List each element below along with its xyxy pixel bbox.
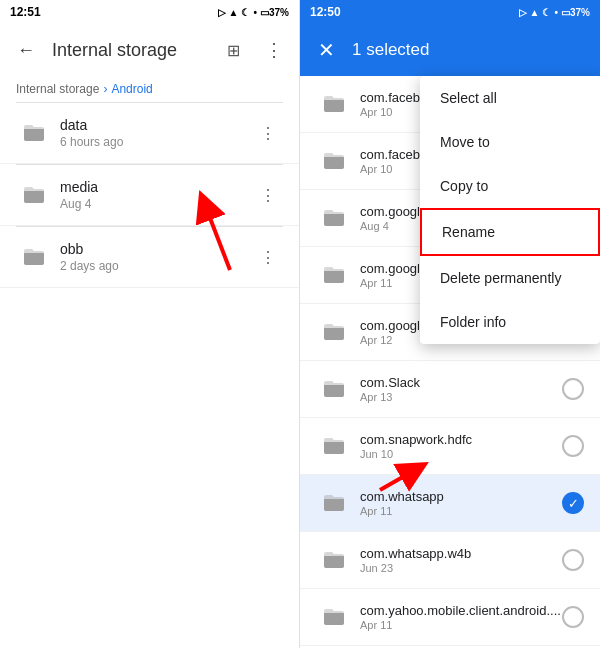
- time-right: 12:50: [310, 5, 341, 19]
- grid-view-button[interactable]: ⊞: [215, 32, 251, 68]
- menu-item-move-to[interactable]: Move to: [420, 120, 600, 164]
- status-bar-left: 12:51 ▷ ▲ ☾ • ▭37%: [0, 0, 299, 24]
- dot-icon-r: •: [554, 7, 558, 18]
- list-item[interactable]: media Aug 4 ⋮: [0, 165, 299, 226]
- select-radio-checked[interactable]: ✓: [562, 492, 584, 514]
- folder-icon: [316, 314, 352, 350]
- breadcrumb: Internal storage › Android: [0, 76, 299, 102]
- file-name: media: [60, 179, 253, 195]
- page-title: Internal storage: [52, 40, 207, 61]
- file-info: com.whatsapp Apr 11: [352, 489, 562, 517]
- menu-item-folder-info[interactable]: Folder info: [420, 300, 600, 344]
- left-panel: 12:51 ▷ ▲ ☾ • ▭37% ← Internal storage ⊞ …: [0, 0, 300, 648]
- grid-icon: ⊞: [227, 41, 240, 60]
- file-name: com.yahoo.mobile.client.android....: [360, 603, 562, 618]
- right-panel: 12:50 ▷ ▲ ☾ • ▭37% ✕ 1 selected com.face: [300, 0, 600, 648]
- file-date: Jun 23: [360, 562, 562, 574]
- close-icon: ✕: [318, 38, 335, 62]
- select-radio[interactable]: [562, 606, 584, 628]
- folder-icon: [316, 86, 352, 122]
- file-date: 2 days ago: [60, 259, 253, 273]
- dot-icon: •: [253, 7, 257, 18]
- folder-icon: [316, 542, 352, 578]
- select-radio[interactable]: [562, 549, 584, 571]
- status-bar-right: 12:50 ▷ ▲ ☾ • ▭37%: [300, 0, 600, 24]
- file-name: obb: [60, 241, 253, 257]
- moon-icon-r: ☾: [542, 7, 551, 18]
- moon-icon: ☾: [241, 7, 250, 18]
- battery-right: ▭37%: [561, 7, 590, 18]
- file-menu-button[interactable]: ⋮: [253, 180, 283, 210]
- nav-icon: ▷: [218, 7, 226, 18]
- toolbar-right: ✕ 1 selected: [300, 24, 600, 76]
- folder-icon: [16, 115, 52, 151]
- breadcrumb-chevron: ›: [103, 82, 107, 96]
- signal-icon: ▲: [229, 7, 239, 18]
- folder-icon: [316, 371, 352, 407]
- file-list-left: data 6 hours ago ⋮ media Aug 4 ⋮: [0, 103, 299, 648]
- breadcrumb-current[interactable]: Android: [111, 82, 152, 96]
- file-date: Jun 10: [360, 448, 562, 460]
- battery-left: ▭37%: [260, 7, 289, 18]
- file-name: com.whatsapp.w4b: [360, 546, 562, 561]
- list-item[interactable]: data 6 hours ago ⋮: [0, 103, 299, 164]
- folder-icon: [316, 485, 352, 521]
- context-menu: Select all Move to Copy to Rename Delete…: [420, 76, 600, 344]
- toolbar-left: ← Internal storage ⊞ ⋮: [0, 24, 299, 76]
- file-date: Apr 11: [360, 619, 562, 631]
- folder-icon: [316, 143, 352, 179]
- more-icon: ⋮: [265, 39, 282, 61]
- file-info: obb 2 days ago: [52, 241, 253, 273]
- folder-icon: [16, 239, 52, 275]
- select-radio[interactable]: [562, 378, 584, 400]
- file-name: com.snapwork.hdfc: [360, 432, 562, 447]
- list-item[interactable]: com.whatsapp.w4b Jun 23: [300, 532, 600, 589]
- file-menu-button[interactable]: ⋮: [253, 242, 283, 272]
- select-radio[interactable]: [562, 435, 584, 457]
- back-icon: ←: [17, 40, 35, 61]
- time-left: 12:51: [10, 5, 41, 19]
- list-item[interactable]: com.Slack Apr 13: [300, 361, 600, 418]
- status-icons-left: ▷ ▲ ☾ • ▭37%: [218, 7, 289, 18]
- list-item[interactable]: com.snapwork.hdfc Jun 10: [300, 418, 600, 475]
- file-info: com.Slack Apr 13: [352, 375, 562, 403]
- file-date: Apr 13: [360, 391, 562, 403]
- more-options-button[interactable]: ⋮: [255, 32, 291, 68]
- menu-item-delete[interactable]: Delete permanently: [420, 256, 600, 300]
- list-item[interactable]: com.yahoo.mobile.client.android.... Apr …: [300, 589, 600, 646]
- close-selection-button[interactable]: ✕: [308, 32, 344, 68]
- nav-icon-r: ▷: [519, 7, 527, 18]
- toolbar-icons: ⊞ ⋮: [215, 32, 291, 68]
- signal-icon-r: ▲: [530, 7, 540, 18]
- file-date: 6 hours ago: [60, 135, 253, 149]
- back-button[interactable]: ←: [8, 32, 44, 68]
- folder-icon: [16, 177, 52, 213]
- file-info: com.whatsapp.w4b Jun 23: [352, 546, 562, 574]
- folder-icon: [316, 428, 352, 464]
- file-info: data 6 hours ago: [52, 117, 253, 149]
- file-name: com.Slack: [360, 375, 562, 390]
- menu-item-select-all[interactable]: Select all: [420, 76, 600, 120]
- file-name: com.whatsapp: [360, 489, 562, 504]
- file-date: Aug 4: [60, 197, 253, 211]
- status-icons-right: ▷ ▲ ☾ • ▭37%: [519, 7, 590, 18]
- file-date: Apr 11: [360, 505, 562, 517]
- menu-item-copy-to[interactable]: Copy to: [420, 164, 600, 208]
- folder-icon: [316, 599, 352, 635]
- breadcrumb-root[interactable]: Internal storage: [16, 82, 99, 96]
- file-info: media Aug 4: [52, 179, 253, 211]
- file-info: com.yahoo.mobile.client.android.... Apr …: [352, 603, 562, 631]
- file-menu-button[interactable]: ⋮: [253, 118, 283, 148]
- folder-icon: [316, 257, 352, 293]
- list-item-selected[interactable]: com.whatsapp Apr 11 ✓: [300, 475, 600, 532]
- file-name: data: [60, 117, 253, 133]
- list-item[interactable]: obb 2 days ago ⋮: [0, 227, 299, 288]
- menu-item-rename[interactable]: Rename: [420, 208, 600, 256]
- folder-icon: [316, 200, 352, 236]
- file-info: com.snapwork.hdfc Jun 10: [352, 432, 562, 460]
- selected-count-label: 1 selected: [352, 40, 592, 60]
